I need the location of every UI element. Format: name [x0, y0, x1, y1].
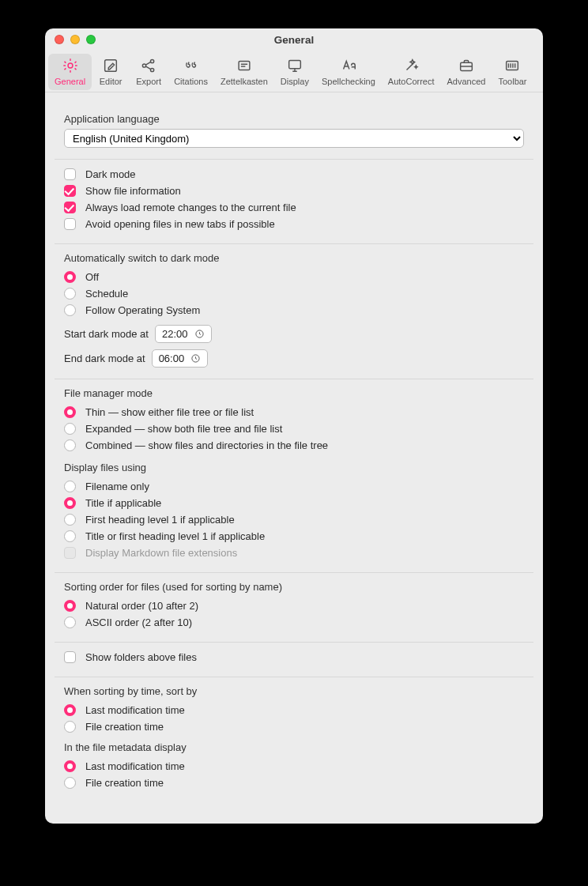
section-language: Application language English (United Kin…	[55, 107, 533, 159]
tab-label: Export	[136, 77, 161, 86]
share-icon	[139, 57, 158, 74]
tab-label: Advanced	[447, 77, 486, 86]
sort-ascii-radio[interactable]	[64, 616, 76, 628]
wand-icon	[401, 57, 420, 74]
folders-above-label: Show folders above files	[85, 651, 197, 663]
dfu-title-label: Title if applicable	[85, 497, 161, 509]
tab-label: Editor	[100, 77, 122, 86]
metadisplay-creat-radio[interactable]	[64, 777, 76, 789]
tab-spellchecking[interactable]: Spellchecking	[315, 54, 382, 90]
gear-icon	[61, 57, 80, 74]
metadisplay-mod-radio[interactable]	[64, 760, 76, 772]
dark-mode-checkbox[interactable]	[64, 168, 76, 180]
dfu-filename-label: Filename only	[85, 481, 149, 492]
clock-icon	[190, 353, 201, 364]
timesort-mod-radio[interactable]	[64, 704, 76, 716]
svg-rect-5	[239, 62, 250, 70]
svg-point-3	[151, 59, 154, 62]
timesort-heading: When sorting by time, sort by	[64, 685, 524, 697]
titlebar: General	[45, 28, 543, 51]
autodark-follow-label: Follow Operating System	[85, 304, 200, 316]
fmm-expanded-label: Expanded — show both file tree and file …	[85, 423, 282, 435]
barcode-icon	[503, 57, 522, 74]
start-dark-value: 22:00	[162, 328, 188, 340]
section-timesort: When sorting by time, sort by Last modif…	[55, 677, 533, 802]
section-sort: Sorting order for files (used for sortin…	[55, 572, 533, 642]
section-file-manager: File manager mode Thin — show either fil…	[55, 379, 533, 572]
avoid-new-tabs-checkbox[interactable]	[64, 218, 76, 230]
tab-display[interactable]: Display	[274, 54, 315, 90]
dfu-h1-label: First heading level 1 if applicable	[85, 514, 235, 526]
autodark-off-radio[interactable]	[64, 271, 76, 283]
show-file-info-checkbox[interactable]	[64, 185, 76, 197]
dfu-titleh1-label: Title or first heading level 1 if applic…	[85, 530, 265, 542]
prefs-toolbar: General Editor Export Citations Zettelka…	[45, 51, 543, 92]
svg-point-4	[151, 68, 154, 71]
tab-citations[interactable]: Citations	[168, 54, 214, 90]
dfu-heading: Display files using	[64, 462, 524, 473]
preferences-window: General General Editor Export Citations …	[45, 28, 543, 824]
load-remote-label: Always load remote changes to the curren…	[85, 202, 296, 213]
briefcase-icon	[457, 57, 476, 74]
close-window-button[interactable]	[55, 35, 64, 44]
svg-point-0	[68, 63, 73, 68]
tab-label: AutoCorrect	[388, 77, 435, 86]
tab-zettelkasten[interactable]: Zettelkasten	[214, 54, 274, 90]
timesort-mod-label: Last modification time	[85, 704, 185, 716]
tab-editor[interactable]: Editor	[92, 54, 130, 90]
auto-dark-heading: Automatically switch to dark mode	[64, 252, 524, 264]
fmm-thin-radio[interactable]	[64, 406, 76, 418]
timesort-creat-radio[interactable]	[64, 721, 76, 733]
sort-natural-radio[interactable]	[64, 600, 76, 612]
tab-advanced[interactable]: Advanced	[441, 54, 492, 90]
dfu-titleh1-radio[interactable]	[64, 530, 76, 542]
sort-heading: Sorting order for files (used for sortin…	[64, 581, 524, 593]
folders-above-checkbox[interactable]	[64, 651, 76, 663]
dark-mode-label: Dark mode	[85, 168, 136, 180]
svg-rect-6	[289, 61, 301, 69]
metadisplay-mod-label: Last modification time	[85, 760, 185, 772]
clock-icon	[194, 329, 205, 339]
start-dark-time-input[interactable]: 22:00	[155, 325, 212, 343]
tab-label: General	[55, 77, 85, 86]
end-dark-label: End dark mode at	[64, 353, 145, 364]
dfu-filename-radio[interactable]	[64, 481, 76, 492]
show-file-info-label: Show file information	[85, 185, 181, 197]
metadisplay-heading: In the file metadata display	[64, 741, 524, 753]
application-language-select[interactable]: English (United Kingdom)	[64, 129, 524, 148]
fmm-expanded-radio[interactable]	[64, 423, 76, 435]
tab-label: Toolbar	[498, 77, 526, 86]
end-dark-value: 06:00	[159, 353, 185, 364]
timesort-creat-label: File creation time	[85, 721, 164, 733]
section-folders-above: Show folders above files	[55, 642, 533, 677]
sort-natural-label: Natural order (10 after 2)	[85, 600, 198, 612]
autodark-follow-radio[interactable]	[64, 304, 76, 316]
svg-point-2	[143, 64, 146, 67]
tab-export[interactable]: Export	[130, 54, 168, 90]
minimize-window-button[interactable]	[70, 35, 80, 44]
sort-ascii-label: ASCII order (2 after 10)	[85, 616, 192, 628]
tab-label: Zettelkasten	[220, 77, 268, 86]
application-language-label: Application language	[64, 113, 524, 125]
fmm-combined-radio[interactable]	[64, 439, 76, 451]
tab-toolbar[interactable]: Toolbar	[492, 54, 533, 90]
dfu-h1-radio[interactable]	[64, 514, 76, 526]
end-dark-time-input[interactable]: 06:00	[152, 349, 209, 368]
traffic-lights	[55, 35, 96, 44]
md-ext-checkbox	[64, 547, 76, 559]
text-icon	[339, 57, 358, 74]
note-icon	[235, 57, 254, 74]
tab-autocorrect[interactable]: AutoCorrect	[382, 54, 441, 90]
start-dark-label: Start dark mode at	[64, 328, 149, 340]
avoid-new-tabs-label: Avoid opening files in new tabs if possi…	[85, 218, 275, 230]
load-remote-checkbox[interactable]	[64, 202, 76, 213]
zoom-window-button[interactable]	[86, 35, 96, 44]
tab-label: Citations	[174, 77, 208, 86]
tab-general[interactable]: General	[48, 54, 92, 90]
autodark-off-label: Off	[85, 271, 99, 283]
tab-label: Spellchecking	[322, 77, 375, 86]
dfu-title-radio[interactable]	[64, 497, 76, 509]
autodark-schedule-radio[interactable]	[64, 288, 76, 300]
autodark-schedule-label: Schedule	[85, 288, 128, 300]
section-misc-checks: Dark mode Show file information Always l…	[55, 159, 533, 243]
